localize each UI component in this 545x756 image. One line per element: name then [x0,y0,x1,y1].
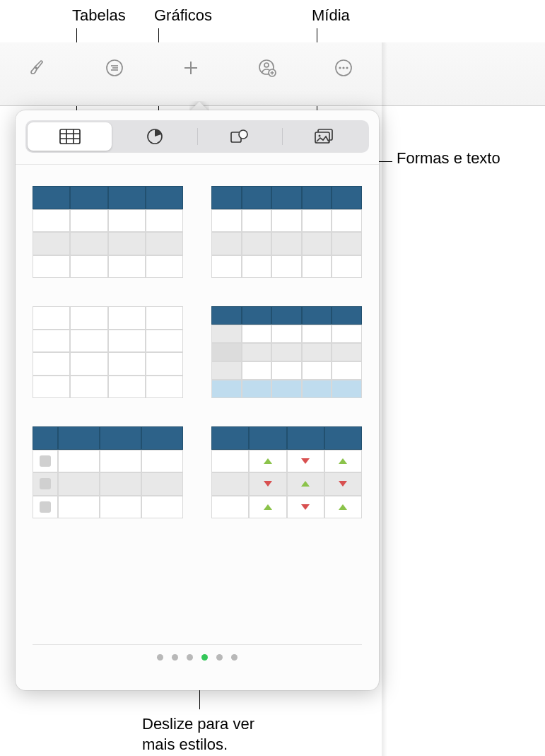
more-button[interactable] [329,54,358,82]
callout-shapes-text: Formas e texto [397,149,500,169]
page-dot[interactable] [231,654,238,661]
page-indicator[interactable] [16,644,379,661]
svg-point-14 [346,66,348,69]
svg-point-12 [339,66,341,69]
svg-rect-15 [60,129,80,144]
callout-media: Mídia [312,6,350,26]
tab-tables[interactable] [28,122,112,151]
table-style-5[interactable] [33,426,183,518]
plus-icon [180,57,201,78]
tab-shapes[interactable] [198,122,282,151]
page-dot[interactable] [157,654,163,661]
brush-icon [28,58,48,78]
media-icon [314,128,335,145]
insert-popover [16,110,379,690]
indent-icon [105,58,124,78]
checkbox-icon [40,501,51,513]
collaborate-button[interactable] [253,54,281,82]
paragraph-style-button[interactable] [100,54,129,82]
category-segmented-control [25,120,369,153]
checkbox-icon [40,478,51,489]
svg-point-22 [239,130,247,139]
trend-down-icon [339,481,347,487]
pie-chart-icon [146,127,164,146]
trend-up-icon [264,458,272,464]
table-style-6[interactable] [211,426,362,518]
tab-charts[interactable] [112,122,197,151]
page-dot-active[interactable] [201,654,208,661]
table-style-1[interactable] [33,186,183,278]
page-dot[interactable] [216,654,223,661]
tab-media[interactable] [283,122,367,151]
trend-up-icon [339,458,347,464]
segmented-control-container [16,110,379,165]
callout-tables: Tabelas [72,6,126,26]
format-brush-button[interactable] [24,54,52,82]
table-style-2[interactable] [211,186,362,278]
callout-charts: Gráficos [154,6,212,26]
app-toolbar [0,48,382,87]
svg-point-7 [264,63,269,67]
svg-point-13 [342,66,344,69]
insert-button[interactable] [177,54,205,82]
trend-down-icon [264,481,272,487]
page-dot[interactable] [187,654,193,661]
trend-up-icon [339,504,347,510]
table-style-4[interactable] [211,306,362,398]
page-dot[interactable] [172,654,178,661]
shapes-icon [230,128,250,145]
table-style-3[interactable] [33,306,183,398]
callout-swipe: Deslize para ver mais estilos. [142,714,254,755]
more-icon [334,58,353,78]
table-icon [59,129,81,144]
right-edge-shade [382,42,387,756]
table-styles-grid [16,165,379,518]
trend-up-icon [301,481,310,487]
svg-point-25 [319,135,321,137]
trend-down-icon [301,458,310,464]
collaborate-icon [257,58,277,78]
trend-down-icon [301,504,310,510]
trend-up-icon [264,504,272,510]
checkbox-icon [40,455,51,467]
